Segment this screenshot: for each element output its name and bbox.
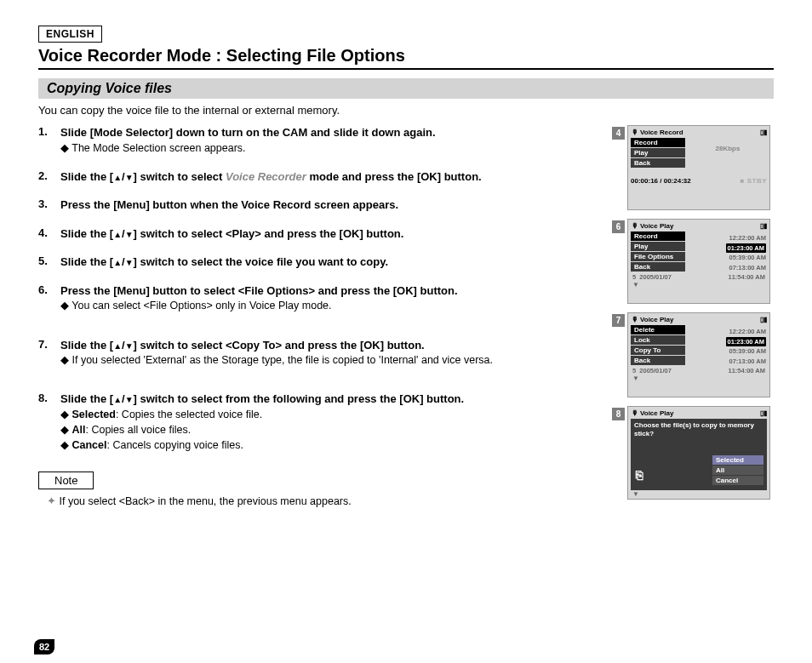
menu-delete[interactable]: Delete: [631, 325, 685, 334]
menu-back[interactable]: Back: [631, 262, 685, 271]
screen-8-num: 8: [612, 408, 625, 420]
mic-icon: [632, 316, 640, 323]
time-row-selected: 01:23:00 AM: [726, 337, 767, 347]
foot-time: 11:54:00 AM: [729, 367, 766, 374]
section-intro: You can copy the voice file to the inter…: [38, 104, 774, 117]
time-row-selected: 01:23:00 AM: [726, 243, 767, 254]
down-arrow-icon: [125, 339, 134, 352]
chevron-down-icon: ▼: [631, 490, 767, 498]
step-1-text: Slide [Mode Selector] down to turn on th…: [60, 125, 620, 140]
step-7-text: Slide the [/] switch to select <Copy To>…: [60, 338, 620, 353]
opt-all[interactable]: All: [712, 466, 763, 475]
menu-back[interactable]: Back: [631, 356, 685, 365]
menu-lock[interactable]: Lock: [631, 335, 685, 345]
step-2-text: Slide the [/] switch to select Voice Rec…: [60, 169, 620, 185]
step-8-sub3-r: : Cancels copying voice files.: [106, 439, 243, 451]
step-8-sub2-r: : Copies all voice files.: [85, 424, 191, 436]
mic-icon: [632, 129, 640, 136]
stby-label: STBY: [741, 177, 767, 185]
chevron-down-icon: ▼: [631, 281, 767, 289]
step-4-frag-a: Slide the [: [60, 227, 113, 240]
opt-cancel[interactable]: Cancel: [712, 476, 763, 485]
foot-time: 11:54:00 AM: [729, 273, 766, 281]
menu-file-options[interactable]: File Options: [631, 252, 685, 261]
status-icons: ▯ ▮: [760, 129, 766, 136]
menu-back[interactable]: Back: [631, 158, 685, 168]
screen-4-menu: Record Play Back: [631, 138, 685, 169]
opt-selected[interactable]: Selected: [712, 455, 763, 465]
step-5: Slide the [/] switch to select the voice…: [38, 254, 620, 270]
menu-copy-to[interactable]: Copy To: [631, 346, 685, 355]
screen-4-wrap: 4 Voice Record▯ ▮ Record Play Back 28Kbp…: [627, 125, 774, 210]
screen-6-times: 12:22:00 AM 01:23:00 AM 05:39:00 AM 07:1…: [726, 233, 767, 273]
screen-4-num: 4: [612, 127, 625, 140]
screen-8-wrap: 8 Voice Play▯ ▮ Choose the file(s) to co…: [627, 406, 774, 500]
step-5-frag-a: Slide the [: [60, 255, 113, 268]
mic-icon: [632, 409, 640, 417]
menu-play[interactable]: Play: [631, 148, 685, 157]
step-1: Slide [Mode Selector] down to turn on th…: [38, 125, 620, 156]
step-6: Press the [Menu] button to select <File …: [38, 283, 620, 314]
note-text: If you select <Back> in the menu, the pr…: [38, 494, 620, 507]
menu-record[interactable]: Record: [631, 231, 685, 241]
step-8: Slide the [/] switch to select from the …: [38, 392, 620, 453]
status-icons: ▯ ▮: [760, 409, 766, 417]
copy-popup: Choose the file(s) to copy to memory sti…: [631, 419, 767, 490]
screen-7-wrap: 7 Voice Play▯ ▮ Delete Lock Copy To Back…: [627, 312, 774, 397]
screen-6-title: Voice Play: [640, 222, 673, 230]
time-row: 07:13:00 AM: [726, 263, 767, 273]
time-row: 05:39:00 AM: [726, 346, 767, 357]
time-row: 12:22:00 AM: [726, 327, 767, 337]
screens-column: 4 Voice Record▯ ▮ Record Play Back 28Kbp…: [627, 125, 774, 508]
step-5-text: Slide the [/] switch to select the voice…: [60, 254, 620, 270]
screen-7-title: Voice Play: [640, 316, 673, 323]
step-8-frag-a: Slide the [: [60, 392, 113, 405]
step-4-text: Slide the [/] switch to select <Play> an…: [60, 226, 620, 242]
step-2-frag-c: mode and press the [OK] button.: [306, 170, 482, 183]
screen-6-num: 6: [612, 220, 625, 233]
screen-4: Voice Record▯ ▮ Record Play Back 28Kbps …: [627, 125, 770, 210]
step-7-frag-b: ] switch to select <Copy To> and press t…: [134, 339, 425, 352]
menu-record[interactable]: Record: [631, 138, 685, 147]
time-total: 00:24:32: [664, 177, 691, 185]
kbps-label: 28Kbps: [689, 138, 767, 169]
status-icons: ▯ ▮: [760, 222, 766, 230]
foot-date: 2005/01/07: [639, 273, 672, 281]
steps-column: Slide [Mode Selector] down to turn on th…: [38, 125, 620, 508]
status-icons: ▯ ▮: [760, 316, 766, 323]
step-1-sub: The Mode Selection screen appears.: [60, 140, 620, 156]
screen-7: Voice Play▯ ▮ Delete Lock Copy To Back 1…: [627, 312, 770, 397]
step-8-sub1-b: Selected: [71, 409, 115, 420]
menu-play[interactable]: Play: [631, 242, 685, 251]
time-current: 00:00:16: [631, 177, 658, 185]
foot-date: 2005/01/07: [639, 367, 672, 374]
step-8-sub1-r: : Copies the selected voice file.: [116, 409, 262, 420]
step-3: Press the [Menu] button when the Voice R…: [38, 197, 620, 213]
step-6-sub: You can select <File Options> only in Vo…: [60, 298, 620, 313]
down-arrow-icon: [125, 255, 134, 268]
step-8-text: Slide the [/] switch to select from the …: [60, 392, 620, 407]
screen-8: Voice Play▯ ▮ Choose the file(s) to copy…: [627, 406, 770, 500]
section-heading: Copying Voice files: [38, 78, 774, 99]
foot-idx: 5: [632, 367, 636, 374]
screen-6-wrap: 6 Voice Play▯ ▮ Record Play File Options…: [627, 219, 774, 304]
page-number: 82: [34, 639, 54, 654]
step-8-sub2-b: All: [71, 424, 85, 436]
step-8-sub3: Cancel: Cancels copying voice files.: [60, 437, 620, 453]
time-row: 05:39:00 AM: [726, 253, 767, 263]
copy-icon: ⎘: [636, 468, 643, 482]
step-7: Slide the [/] switch to select <Copy To>…: [38, 338, 620, 369]
screen-8-title: Voice Play: [640, 409, 673, 417]
popup-options: Selected All Cancel: [712, 454, 763, 485]
language-badge: ENGLISH: [38, 26, 102, 43]
screen-4-title: Voice Record: [640, 129, 683, 136]
down-arrow-icon: [125, 227, 134, 240]
chevron-down-icon: ▼: [631, 374, 767, 382]
up-arrow-icon: [113, 392, 122, 405]
step-2: Slide the [/] switch to select Voice Rec…: [38, 169, 620, 185]
up-arrow-icon: [113, 255, 122, 268]
step-6-text: Press the [Menu] button to select <File …: [60, 283, 620, 299]
step-8-sub1: Selected: Copies the selected voice file…: [60, 407, 620, 422]
step-8-frag-b: ] switch to select from the following an…: [134, 392, 465, 405]
screen-6: Voice Play▯ ▮ Record Play File Options B…: [627, 219, 770, 304]
